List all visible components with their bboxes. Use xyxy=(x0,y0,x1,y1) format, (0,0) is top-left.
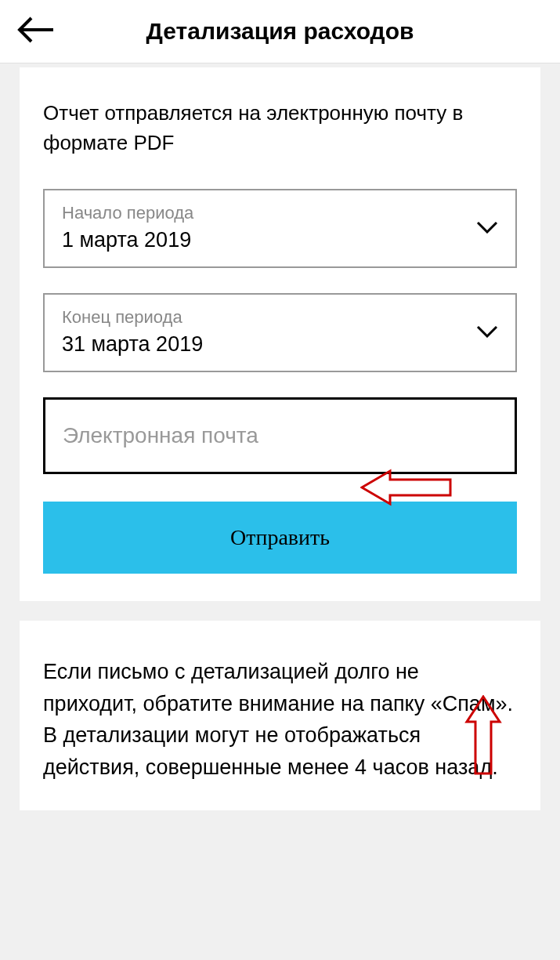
email-field-container[interactable] xyxy=(43,397,517,474)
form-description: Отчет отправляется на электронную почту … xyxy=(43,99,517,158)
period-end-value: 31 марта 2019 xyxy=(62,332,498,357)
form-card: Отчет отправляется на электронную почту … xyxy=(20,67,540,601)
chevron-down-icon xyxy=(476,325,498,341)
back-arrow-icon[interactable] xyxy=(16,14,55,49)
period-start-label: Начало периода xyxy=(62,203,498,223)
period-start-select[interactable]: Начало периода 1 марта 2019 xyxy=(43,189,517,268)
period-end-label: Конец периода xyxy=(62,307,498,328)
submit-button[interactable]: Отправить xyxy=(43,502,517,574)
header-bar: Детализация расходов xyxy=(0,0,560,63)
note-text: Если письмо с детализацией долго не прих… xyxy=(43,656,517,783)
email-input[interactable] xyxy=(63,423,497,448)
note-card: Если письмо с детализацией долго не прих… xyxy=(20,621,540,810)
period-start-value: 1 марта 2019 xyxy=(62,228,498,252)
period-end-select[interactable]: Конец периода 31 марта 2019 xyxy=(43,293,517,372)
chevron-down-icon xyxy=(476,221,498,237)
page-title: Детализация расходов xyxy=(55,18,505,45)
